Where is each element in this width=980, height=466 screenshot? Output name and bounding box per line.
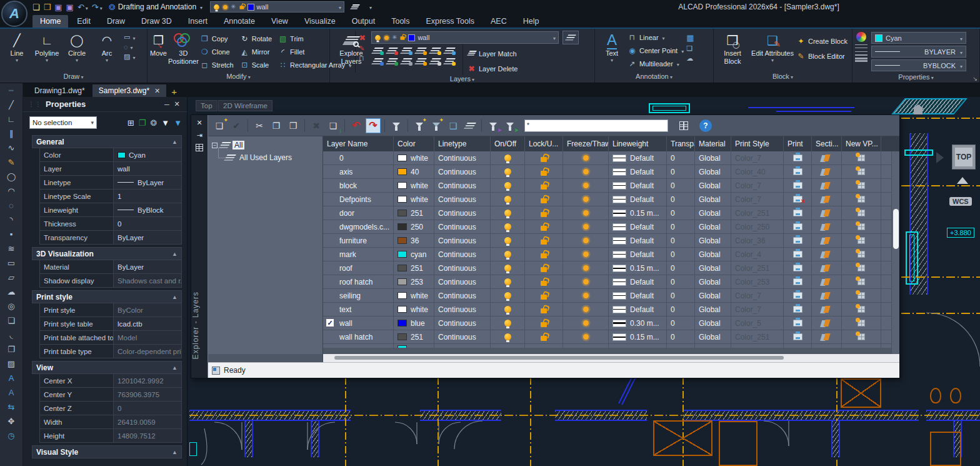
layer-on-icon[interactable]	[429, 46, 441, 54]
lineweight-cell[interactable]: 0.30 m...	[609, 317, 667, 330]
layer-row[interactable]: dwgmodels.c...250ContinuousDefault0Globa…	[323, 220, 899, 234]
help-button[interactable]: ?	[699, 119, 712, 132]
on-off-cell[interactable]	[491, 275, 525, 288]
section-cell[interactable]	[812, 193, 842, 206]
property-value[interactable]: ByLayer	[114, 176, 181, 189]
print-cell[interactable]	[784, 234, 812, 247]
new-viewport-cell[interactable]	[842, 220, 881, 233]
menu-tab-visualize[interactable]: Visualize	[297, 15, 343, 28]
apply-filter-button[interactable]: ➤	[502, 118, 518, 133]
layer-settings-button[interactable]	[462, 118, 478, 133]
new-viewport-cell[interactable]	[842, 330, 881, 343]
lineweight-cell[interactable]: 0.15 m...	[609, 330, 667, 343]
layer-row[interactable]: seilingwhiteContinuousDefault0GlobalColo…	[323, 289, 899, 303]
copy-button[interactable]: ❐	[269, 118, 284, 133]
pin-icon[interactable]: ⇥	[194, 130, 205, 140]
layers-panel-label[interactable]: Layers	[330, 75, 594, 83]
grip-icon[interactable]: ⋮⋮	[28, 101, 42, 108]
layer-color-cell[interactable]: white	[394, 303, 434, 316]
section-header[interactable]: 3D Visualization▲	[32, 247, 182, 260]
edit-attributes-button[interactable]: ❑✎ Edit Attributes ▾	[750, 31, 795, 73]
arc-icon[interactable]: ◠	[3, 185, 19, 197]
section-cell[interactable]	[812, 275, 842, 288]
lock-cell[interactable]	[525, 261, 563, 275]
section-cell[interactable]	[812, 303, 842, 316]
polyline-icon[interactable]: ∟	[3, 113, 19, 125]
3d-positioner-button[interactable]: 3D Positioner	[168, 31, 199, 73]
multiline-icon[interactable]: ∥	[3, 128, 19, 139]
unlock-layer-icon[interactable]	[414, 57, 427, 65]
line-icon[interactable]: ╱	[3, 99, 19, 111]
text-button[interactable]: A Text ▾	[598, 31, 626, 73]
rotate-up-icon[interactable]	[957, 177, 968, 184]
menu-tab-annotate[interactable]: Annotate	[216, 15, 262, 28]
home-view-icon[interactable]	[914, 109, 922, 114]
column-header[interactable]: Material	[695, 136, 731, 151]
layer-row[interactable]: axis40ContinuousDefault0GlobalColor_40	[323, 165, 899, 179]
lineweight-list-icon[interactable]	[855, 54, 868, 62]
property-value[interactable]: ByLayer	[114, 231, 181, 244]
donut-icon[interactable]: ◎	[3, 300, 19, 312]
property-value[interactable]: 0	[114, 402, 181, 415]
on-off-cell[interactable]	[491, 165, 525, 178]
layer-filter-button[interactable]	[562, 31, 579, 44]
pan-icon[interactable]: ✥	[3, 415, 19, 427]
view-control-chip[interactable]: Top	[196, 100, 218, 111]
menu-tab-help[interactable]: Help	[516, 15, 547, 28]
draw-panel-label[interactable]: Draw	[0, 73, 147, 83]
layer-dropdown[interactable]: ✳ wall	[371, 31, 559, 44]
new-viewport-cell[interactable]	[842, 303, 881, 316]
vertical-scrollbar[interactable]	[891, 151, 899, 354]
new-viewport-cell[interactable]	[842, 151, 881, 165]
new-group-filter-button[interactable]: ✦	[429, 118, 444, 133]
save-icon[interactable]: ▣	[54, 3, 62, 12]
color-wheel-icon[interactable]	[856, 32, 866, 42]
menu-tab-aec[interactable]: AEC	[483, 15, 514, 28]
new-filter-button[interactable]: ✦	[412, 118, 427, 133]
hatch-icon[interactable]: ▨	[3, 358, 19, 370]
lock-layer-icon[interactable]	[414, 46, 427, 54]
column-header[interactable]: On/Off	[491, 136, 525, 151]
lineweight-cell[interactable]: 0.15 m...	[609, 261, 667, 275]
new-viewport-cell[interactable]	[842, 317, 881, 330]
column-header[interactable]: New VP...	[842, 136, 881, 151]
freeze-layer-icon[interactable]	[443, 46, 456, 54]
column-header[interactable]: Transpa...	[667, 136, 695, 151]
set-layer-current-icon[interactable]	[371, 46, 384, 54]
layer-check-icon[interactable]	[371, 57, 384, 65]
property-value[interactable]: Shadows cast and r...	[114, 274, 181, 287]
column-header[interactable]: Print Style	[731, 136, 784, 151]
modify-panel-label[interactable]: Modify	[148, 73, 329, 83]
property-value[interactable]: 1	[114, 190, 181, 203]
layer-row[interactable]: roof251Continuous0.15 m...0GlobalColor_2…	[323, 261, 899, 275]
section-cell[interactable]	[812, 330, 842, 343]
lock-cell[interactable]	[525, 317, 563, 330]
close-icon[interactable]: ✕	[172, 100, 182, 108]
linetype-list-icon[interactable]	[855, 44, 868, 52]
swap-icon[interactable]: ⇆	[3, 401, 19, 413]
rotate-left-icon[interactable]	[936, 152, 944, 163]
layer-off-icon[interactable]	[429, 57, 441, 65]
lock-cell[interactable]	[525, 220, 563, 233]
new-viewport-cell[interactable]	[842, 179, 881, 192]
ellipse-tool-icon[interactable]: ◌	[124, 43, 135, 51]
filter-selection-icon[interactable]: ▼	[174, 118, 182, 128]
tree-toggle-icon[interactable]	[194, 143, 205, 153]
section-cell[interactable]	[812, 234, 842, 247]
property-value[interactable]: ByColor	[114, 303, 181, 317]
circle-button[interactable]: ◯Circle▾	[62, 31, 91, 73]
section-cell[interactable]	[812, 220, 842, 233]
section-cell[interactable]	[812, 248, 842, 261]
tree-item[interactable]: All Used Layers	[226, 151, 322, 164]
freeze-cell[interactable]	[563, 165, 609, 178]
close-icon[interactable]: ✕	[194, 118, 205, 128]
paste-button[interactable]: ❒	[286, 118, 301, 133]
freeze-cell[interactable]	[563, 193, 609, 206]
panel-expander-icon[interactable]: ↘	[972, 76, 978, 82]
quick-select-icon[interactable]: ▼	[161, 118, 169, 128]
annotation-panel-label[interactable]: Annotation	[595, 73, 713, 83]
menu-tab-insert[interactable]: Insert	[181, 15, 215, 28]
menu-tab-edit[interactable]: Edit	[69, 15, 98, 28]
layer-walk-icon[interactable]	[400, 57, 412, 65]
redo-icon[interactable]: ↷	[92, 3, 102, 12]
